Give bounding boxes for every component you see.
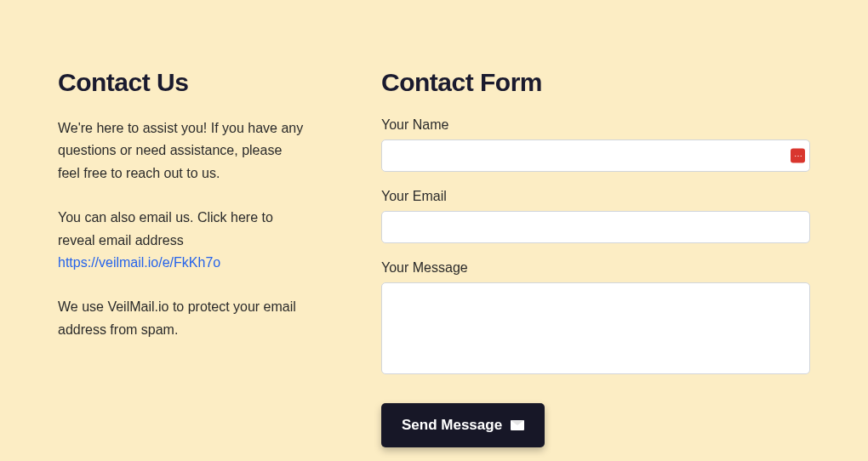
send-button-label: Send Message	[402, 417, 502, 434]
contact-form-column: Contact Form Your Name ⋯ Your Email Your…	[381, 68, 810, 447]
message-textarea[interactable]	[381, 282, 810, 374]
name-input[interactable]	[381, 139, 810, 172]
message-label: Your Message	[381, 260, 810, 276]
input-extension-icon[interactable]: ⋯	[791, 149, 805, 163]
envelope-icon	[511, 420, 524, 430]
contact-info-column: Contact Us We're here to assist you! If …	[58, 68, 305, 447]
message-field-group: Your Message	[381, 260, 810, 378]
contact-form-heading: Contact Form	[381, 68, 810, 97]
email-label: Your Email	[381, 189, 810, 204]
contact-us-heading: Contact Us	[58, 68, 305, 97]
veilmail-link[interactable]: https://veilmail.io/e/FkKh7o	[58, 255, 220, 270]
email-paragraph: You can also email us. Click here to rev…	[58, 207, 305, 274]
name-field-group: Your Name ⋯	[381, 117, 810, 172]
name-label: Your Name	[381, 117, 810, 133]
email-field-group: Your Email	[381, 189, 810, 243]
email-input[interactable]	[381, 211, 810, 243]
veilmail-note: We use VeilMail.io to protect your email…	[58, 296, 305, 341]
email-paragraph-text: You can also email us. Click here to rev…	[58, 210, 273, 247]
send-message-button[interactable]: Send Message	[381, 403, 545, 447]
intro-paragraph: We're here to assist you! If you have an…	[58, 117, 305, 185]
